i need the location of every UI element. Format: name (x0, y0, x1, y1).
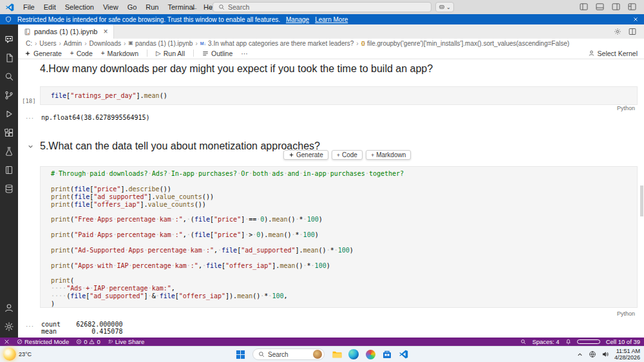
zoom-indicator-icon[interactable] (520, 339, 526, 345)
copilot-menu-button[interactable]: ⌄ (435, 2, 454, 12)
jupyter-icon[interactable] (0, 160, 18, 179)
breadcrumb-item[interactable]: M↓3.In what app categories are there mar… (200, 40, 354, 47)
more-actions-button[interactable]: ··· (241, 50, 248, 57)
output-options-icon[interactable]: ··· (26, 115, 34, 122)
notifications-bell-icon[interactable] (565, 339, 571, 345)
code-line[interactable]: ····(file["ad_supported"]·&·file["offers… (51, 292, 637, 300)
add-code-cell-button[interactable]: + Code (70, 50, 93, 57)
customize-layout-icon[interactable] (628, 3, 636, 10)
toggle-secondary-sidebar-icon[interactable] (612, 3, 620, 10)
select-kernel-button[interactable]: Select Kernel (588, 50, 638, 57)
add-markdown-cell-button[interactable]: + Markdown (101, 50, 138, 57)
cell-language-label[interactable]: Python (617, 310, 635, 317)
code-line[interactable] (51, 254, 637, 262)
tab-close-icon[interactable]: × (103, 27, 108, 36)
split-editor-icon[interactable] (629, 28, 636, 35)
remote-indicator-icon[interactable] (4, 339, 10, 345)
explorer-icon[interactable] (0, 48, 18, 67)
taskbar-clock[interactable]: 11:51 AM 4/28/2026 (614, 348, 640, 361)
banner-close-icon[interactable] (632, 16, 639, 23)
editor-scrollbar[interactable] (640, 186, 643, 216)
toggle-sidebar-icon[interactable] (580, 3, 588, 10)
settings-gear-icon[interactable] (614, 28, 621, 35)
search-highlight-image (313, 350, 322, 359)
volume-icon[interactable] (601, 350, 609, 358)
breadcrumb-item[interactable]: Users (39, 40, 56, 47)
code-line[interactable]: #·Through·paid·downloads?·Ads?·In-app·pu… (51, 170, 637, 178)
database-icon[interactable] (0, 179, 18, 198)
network-icon[interactable] (589, 350, 596, 358)
start-button[interactable] (233, 347, 247, 361)
breadcrumb-item[interactable]: ▣pandas (1) (1).ipynb (128, 40, 193, 47)
account-icon[interactable] (0, 298, 18, 317)
collapse-chevron-icon[interactable] (28, 144, 33, 149)
menu-selection[interactable]: Selection (61, 2, 99, 12)
back-arrow-icon[interactable]: ← (191, 3, 198, 12)
breadcrumb-item[interactable]: {}file.groupby('genre')['min_installs'].… (361, 40, 569, 47)
code-line[interactable]: print(file["price"].describe()) (51, 186, 637, 193)
menu-run[interactable]: Run (141, 2, 163, 12)
problems-status[interactable]: 0 0 (76, 338, 100, 345)
file-explorer-icon[interactable] (330, 347, 344, 361)
hidden-icons-icon[interactable] (576, 351, 583, 358)
edge-icon[interactable] (346, 347, 361, 361)
settings-icon[interactable] (0, 317, 18, 336)
run-all-button[interactable]: ▷ Run All (156, 50, 185, 57)
cell-add-code-button[interactable]: + Code (332, 150, 363, 160)
learn-more-link[interactable]: Learn More (315, 16, 348, 23)
code-cell-monetization[interactable]: #·Through·paid·downloads?·Ads?·In-app·pu… (40, 166, 638, 308)
markdown-heading-5[interactable]: 5.What can the data tell you about monet… (40, 140, 320, 152)
taskbar-search-input[interactable]: Search (252, 348, 325, 360)
menu-file[interactable]: File (19, 2, 39, 12)
code-line[interactable]: print(file["offers_iap"].value_counts()) (51, 201, 637, 209)
breadcrumb-item[interactable]: Downloads (90, 40, 121, 47)
code-line[interactable] (51, 239, 637, 247)
spaces-indicator[interactable]: Spaces: 4 (532, 338, 559, 345)
search-icon[interactable] (0, 67, 18, 86)
search-input[interactable]: Search (213, 2, 431, 12)
markdown-heading-4[interactable]: 4.How many downloads per day might you e… (40, 63, 433, 75)
code-cell-ratings-per-day[interactable]: file["ratings_per_day"].mean() (40, 86, 638, 105)
tab-pandas-notebook[interactable]: pandas (1) (1).ipynb × (18, 24, 114, 39)
outline-button[interactable]: Outline (202, 50, 232, 57)
toggle-panel-icon[interactable] (596, 3, 604, 10)
run-debug-icon[interactable] (0, 104, 18, 123)
generate-button[interactable]: Generate (24, 50, 62, 57)
status-pill-indicator[interactable] (577, 339, 600, 344)
code-line[interactable] (51, 224, 637, 231)
breadcrumb-item[interactable]: Admin (64, 40, 82, 47)
code-line[interactable]: print("Apps·with·IAP·percentage·kam·:",·… (51, 262, 637, 270)
code-line[interactable]: print("Ad-Supported·Apps·percentage·kam·… (51, 247, 637, 254)
vscode-icon[interactable] (397, 347, 411, 361)
code-line[interactable]: print(file["ad_supported"].value_counts(… (51, 193, 637, 201)
cell-position-indicator[interactable]: Cell 10 of 39 (606, 338, 640, 345)
menu-go[interactable]: Go (123, 2, 142, 12)
code-line[interactable]: print( (51, 277, 637, 285)
code-line[interactable] (51, 208, 637, 216)
code-line[interactable] (51, 270, 637, 278)
code-line[interactable]: print("Paid·Apps·percentage·kam·:",·(fil… (51, 231, 637, 239)
photos-icon[interactable] (363, 347, 377, 361)
testing-icon[interactable] (0, 142, 18, 160)
chevron-down-icon: ⌄ (446, 5, 451, 10)
restricted-mode-status[interactable]: Restricted Mode (17, 338, 69, 345)
cell-language-label[interactable]: Python (617, 105, 635, 111)
breadcrumb-item[interactable]: C: (26, 40, 32, 47)
menu-view[interactable]: View (99, 2, 123, 12)
code-line[interactable]: ) (51, 300, 637, 308)
cell-add-markdown-button[interactable]: + Markdown (366, 150, 411, 160)
output-options-icon[interactable]: ··· (26, 323, 34, 330)
source-control-icon[interactable] (0, 86, 18, 104)
code-line[interactable]: print("Free·Apps·percentage·kam·:",·(fil… (51, 216, 637, 224)
cell-generate-button[interactable]: Generate (283, 150, 328, 160)
store-icon[interactable] (380, 347, 394, 361)
menu-edit[interactable]: Edit (39, 2, 61, 12)
code-line[interactable]: file["ratings_per_day"].mean() (51, 92, 637, 100)
weather-widget[interactable]: 23°C (3, 348, 32, 361)
live-share-status[interactable]: Live Share (108, 338, 144, 345)
extensions-icon[interactable] (0, 123, 18, 142)
copilot-icon[interactable] (0, 30, 18, 48)
code-line[interactable]: ····"Ads·+·IAP·percentage·kam:", (51, 285, 637, 292)
manage-link[interactable]: Manage (286, 16, 309, 23)
code-line[interactable] (51, 178, 637, 186)
